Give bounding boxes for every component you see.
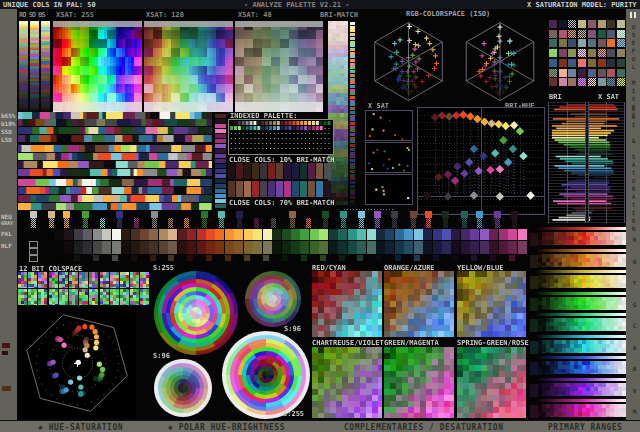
label-pal: PAL — [1, 230, 12, 237]
palette-chip — [215, 184, 226, 188]
mix-swatch — [578, 78, 586, 86]
polar-circle-s255b — [222, 331, 310, 419]
mix-swatch — [568, 30, 576, 38]
bri-match-chip — [350, 166, 355, 169]
bri-match-chip — [350, 92, 355, 95]
pal-swatch — [423, 229, 432, 240]
pal-swatch — [461, 229, 470, 240]
mix-swatch — [588, 69, 596, 77]
tube-top — [63, 211, 70, 218]
close-col-swatch — [252, 181, 259, 197]
close-col-swatch — [236, 163, 243, 179]
pal-swatch — [253, 229, 262, 240]
hlf-swatch — [263, 241, 272, 254]
tube-top — [340, 211, 347, 218]
range-label: V — [630, 387, 638, 395]
saturation-model-selector[interactable]: X SATURATION MODEL: PURITY — [527, 1, 637, 9]
label-lsd: LSD — [1, 136, 12, 143]
hlf-small-swatch — [131, 255, 137, 261]
range-label: Y — [630, 279, 638, 287]
hlf-swatch — [461, 241, 470, 254]
indexed-palette-box — [228, 119, 334, 155]
tube-stem — [184, 218, 189, 228]
tube-stem — [290, 218, 295, 228]
pal-swatch — [121, 229, 130, 240]
pal-swatch — [442, 229, 451, 240]
pal-swatch — [470, 229, 479, 240]
tube-stem — [495, 218, 500, 228]
mix-swatch — [559, 30, 567, 38]
tube-top — [218, 211, 225, 218]
pal-swatch — [291, 229, 300, 240]
bri-match-chip — [350, 81, 355, 84]
pal-swatch — [74, 229, 83, 240]
sorted-strip — [18, 127, 212, 134]
range-letters: ROYGCABVM — [626, 9, 640, 420]
tube-stem — [411, 218, 416, 228]
colspace-tile — [120, 272, 129, 288]
hlf-small-swatch — [187, 255, 193, 261]
rgb-cube-xsat — [358, 16, 458, 104]
hlf-swatch — [310, 241, 319, 254]
tube-stem — [202, 218, 207, 228]
range-chip — [530, 362, 538, 375]
hue-sat-map-48 — [235, 21, 323, 112]
mix-swatch — [578, 59, 586, 67]
hue-sat-map-255 — [53, 21, 142, 112]
palette-chip — [215, 124, 226, 128]
label-gray: GRAY — [1, 220, 13, 226]
mix-swatch — [578, 30, 586, 38]
hlf-swatch — [395, 241, 404, 254]
mix-swatch — [549, 20, 557, 28]
range-thin-strip — [534, 270, 626, 273]
hlf-swatch — [470, 241, 479, 254]
hlf-swatch — [244, 241, 253, 254]
pal-swatch — [367, 229, 376, 240]
tube-top — [151, 211, 158, 218]
bri-match-chip — [350, 133, 355, 136]
hlf-swatch — [367, 241, 376, 254]
tube-stem — [271, 218, 276, 228]
hlf-swatch — [215, 241, 224, 254]
range-chip — [530, 255, 538, 268]
mix-swatch — [598, 30, 606, 38]
pal-swatch — [376, 229, 385, 240]
hlf-swatch — [187, 241, 196, 254]
palette-chip — [215, 174, 226, 178]
bri-match-chip — [350, 144, 355, 147]
bri-match-chip — [350, 140, 355, 143]
palette-chip — [215, 179, 226, 183]
pal-swatch — [518, 229, 527, 240]
pal-swatch — [168, 229, 177, 240]
bri-match-chip — [350, 129, 355, 132]
primary-ranges — [528, 225, 626, 420]
legend-square — [29, 248, 38, 255]
colspace-tile — [100, 289, 109, 305]
bri-match-chip — [350, 196, 355, 199]
pal-swatch — [55, 229, 64, 240]
bri-match-chip — [350, 159, 355, 162]
colspace-tiles — [18, 272, 150, 306]
label-b65: b65% — [1, 112, 15, 119]
pal-swatch — [508, 229, 517, 240]
dotted-separator — [344, 209, 394, 210]
colspace-tile — [89, 289, 98, 305]
sorted-strip — [18, 119, 212, 126]
palette-chip — [215, 129, 226, 133]
colspace-tile — [38, 272, 47, 288]
pal-swatch — [282, 229, 291, 240]
hlf-swatch — [178, 241, 187, 254]
bri-match-chip — [350, 66, 355, 69]
polar-circle-s96b — [154, 359, 212, 417]
polar-circle-s96a — [245, 271, 301, 327]
bri-match-chip — [350, 37, 355, 40]
mix-swatch — [617, 59, 625, 67]
hlf-swatch — [329, 241, 338, 254]
close-col-swatch — [300, 163, 307, 179]
sorted-strip — [18, 153, 212, 160]
mix-swatch — [559, 69, 567, 77]
colspace-tile — [69, 289, 78, 305]
bri-match-chip — [350, 74, 355, 77]
colspace-tile — [49, 289, 58, 305]
bri-match-chip — [350, 192, 355, 195]
